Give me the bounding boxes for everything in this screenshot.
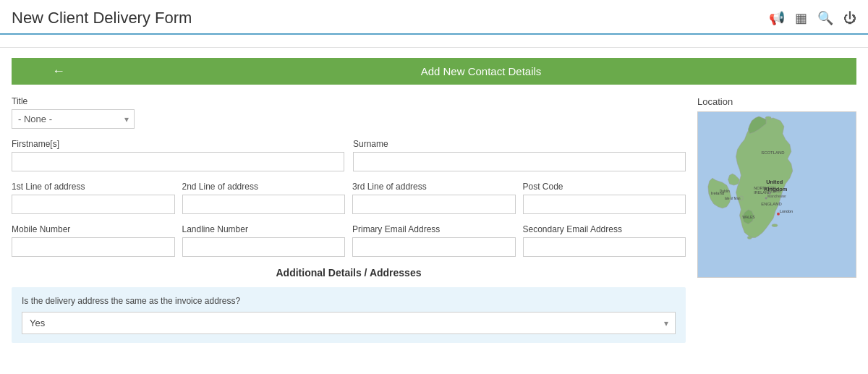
address3-group: 3rd Line of address (352, 182, 516, 214)
grid-icon[interactable]: ▦ (795, 10, 807, 26)
title-field-group: Title - None - Mr Mrs Ms Dr Prof ▾ (12, 96, 686, 129)
primary-email-input[interactable] (352, 237, 516, 257)
postcode-label: Post Code (523, 182, 686, 192)
delivery-select-wrapper: Yes No ▾ (22, 312, 676, 334)
mobile-input[interactable] (12, 237, 175, 257)
map-container: SCOTLAND NORTHERN IRELAND ENGLAND WALES … (697, 111, 856, 278)
firstname-group: Firstname[s] (12, 139, 344, 171)
address-row: 1st Line of address 2nd Line of address … (12, 182, 686, 214)
landline-input[interactable] (182, 237, 346, 257)
address3-label: 3rd Line of address (352, 182, 516, 192)
title-select[interactable]: - None - Mr Mrs Ms Dr Prof (12, 109, 135, 129)
mobile-group: Mobile Number (12, 224, 175, 257)
postcode-input[interactable] (523, 195, 686, 214)
uk-map: SCOTLAND NORTHERN IRELAND ENGLAND WALES … (698, 112, 856, 277)
svg-text:Manchester: Manchester (767, 195, 786, 198)
address2-input[interactable] (182, 195, 346, 214)
form-fields: Title - None - Mr Mrs Ms Dr Prof ▾ Fi (12, 96, 686, 343)
svg-text:SCOTLAND: SCOTLAND (761, 150, 784, 155)
svg-text:Leeds: Leeds (771, 190, 781, 193)
firstname-input[interactable] (12, 152, 344, 171)
search-icon[interactable]: 🔍 (817, 10, 833, 26)
delivery-section: Is the delivery address the same as the … (12, 287, 686, 343)
page-header: New Client Delivery Form 📢 ▦ 🔍 ⏻ (0, 0, 868, 35)
contact-row: Mobile Number Landline Number Primary Em… (12, 224, 686, 257)
megaphone-icon[interactable]: 📢 (769, 10, 785, 26)
map-panel: Location SCOTLAND (697, 96, 856, 343)
mobile-label: Mobile Number (12, 224, 175, 234)
address3-input[interactable] (352, 195, 516, 214)
delivery-select[interactable]: Yes No (22, 312, 676, 334)
secondary-email-input[interactable] (523, 237, 686, 257)
title-select-wrapper: - None - Mr Mrs Ms Dr Prof ▾ (12, 109, 135, 129)
name-row: Firstname[s] Surname (12, 139, 686, 171)
form-body: Title - None - Mr Mrs Ms Dr Prof ▾ Fi (12, 96, 856, 343)
surname-label: Surname (353, 139, 686, 149)
primary-email-group: Primary Email Address (352, 224, 516, 257)
back-button[interactable]: ← (12, 58, 106, 85)
delivery-question: Is the delivery address the same as the … (22, 296, 676, 306)
address2-group: 2nd Line of address (182, 182, 346, 214)
power-icon[interactable]: ⏻ (843, 11, 856, 26)
svg-text:Dublin: Dublin (720, 190, 730, 193)
location-label: Location (697, 96, 856, 107)
address2-label: 2nd Line of address (182, 182, 346, 192)
svg-point-24 (772, 224, 778, 227)
svg-text:WALES: WALES (742, 216, 755, 219)
address1-group: 1st Line of address (12, 182, 175, 214)
svg-text:United: United (766, 179, 783, 185)
secondary-email-label: Secondary Email Address (523, 224, 686, 234)
svg-text:Isle of Man: Isle of Man (725, 197, 741, 200)
form-header-title: Add New Contact Details (106, 58, 856, 85)
page-title: New Client Delivery Form (12, 9, 192, 27)
firstname-label: Firstname[s] (12, 139, 344, 149)
svg-point-15 (765, 116, 771, 119)
top-bar (0, 35, 868, 48)
secondary-email-group: Secondary Email Address (523, 224, 686, 257)
additional-section-title: Additional Details / Addresses (12, 267, 686, 279)
primary-email-label: Primary Email Address (352, 224, 516, 234)
surname-input[interactable] (353, 152, 686, 171)
landline-group: Landline Number (182, 224, 346, 257)
postcode-group: Post Code (523, 182, 686, 214)
surname-group: Surname (353, 139, 686, 171)
main-content: ← Add New Contact Details Title - None -… (0, 48, 868, 353)
svg-text:ENGLAND: ENGLAND (761, 202, 782, 206)
form-header: ← Add New Contact Details (12, 58, 856, 85)
address1-input[interactable] (12, 195, 175, 214)
header-icons: 📢 ▦ 🔍 ⏻ (769, 10, 856, 26)
address1-label: 1st Line of address (12, 182, 175, 192)
svg-text:London: London (780, 209, 793, 213)
title-label: Title (12, 96, 686, 106)
svg-point-25 (747, 236, 752, 239)
landline-label: Landline Number (182, 224, 346, 234)
